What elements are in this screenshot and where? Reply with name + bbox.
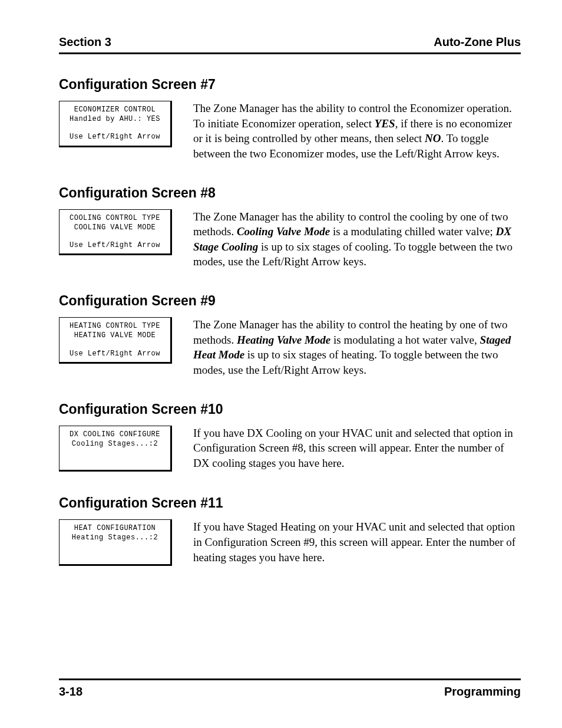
config-block: ECONOMIZER CONTROLHandled by AHU.: YESUs… bbox=[59, 101, 521, 162]
screen-display: HEAT CONFIGURATIONHeating Stages...:2 bbox=[59, 519, 172, 566]
screen-display: HEATING CONTROL TYPEHEATING VALVE MODEUs… bbox=[59, 317, 172, 364]
page-number: 3-18 bbox=[59, 685, 82, 699]
screen-line: Use Left/Right Arrow bbox=[63, 349, 167, 358]
config-description: The Zone Manager has the ability to cont… bbox=[193, 101, 521, 162]
screen-line: COOLING CONTROL TYPE bbox=[63, 213, 167, 223]
section-label: Section 3 bbox=[59, 35, 111, 49]
product-label: Auto-Zone Plus bbox=[434, 35, 521, 49]
config-heading: Configuration Screen #10 bbox=[59, 401, 521, 417]
config-block: COOLING CONTROL TYPECOOLING VALVE MODEUs… bbox=[59, 209, 521, 270]
config-heading: Configuration Screen #7 bbox=[59, 77, 521, 93]
screen-line: Use Left/Right Arrow bbox=[63, 241, 167, 250]
config-heading: Configuration Screen #9 bbox=[59, 293, 521, 309]
screen-line: HEATING CONTROL TYPE bbox=[63, 321, 167, 331]
screen-display: COOLING CONTROL TYPECOOLING VALVE MODEUs… bbox=[59, 209, 172, 256]
screen-line: COOLING VALVE MODE bbox=[63, 223, 167, 232]
footer-title: Programming bbox=[444, 685, 521, 699]
page-footer: 3-18 Programming bbox=[59, 678, 521, 699]
config-heading: Configuration Screen #8 bbox=[59, 185, 521, 201]
config-description: If you have DX Cooling on your HVAC unit… bbox=[193, 426, 521, 471]
screen-line: Use Left/Right Arrow bbox=[63, 132, 167, 141]
screen-line: ECONOMIZER CONTROL bbox=[63, 105, 167, 114]
config-block: DX COOLING CONFIGURECooling Stages...:2 … bbox=[59, 426, 521, 472]
screen-line: Cooling Stages...:2 bbox=[63, 439, 167, 449]
screen-display: ECONOMIZER CONTROLHandled by AHU.: YESUs… bbox=[59, 101, 172, 147]
config-heading: Configuration Screen #11 bbox=[59, 495, 521, 511]
config-block: HEAT CONFIGURATIONHeating Stages...:2 If… bbox=[59, 519, 521, 566]
config-description: The Zone Manager has the ability to cont… bbox=[193, 317, 521, 378]
screen-line: DX COOLING CONFIGURE bbox=[63, 430, 167, 439]
screen-line: HEAT CONFIGURATION bbox=[63, 523, 167, 533]
screen-line: Heating Stages...:2 bbox=[63, 533, 167, 542]
screen-line: Handled by AHU.: YES bbox=[63, 114, 167, 124]
config-block: HEATING CONTROL TYPEHEATING VALVE MODEUs… bbox=[59, 317, 521, 378]
config-description: The Zone Manager has the ability to cont… bbox=[193, 209, 521, 270]
config-description: If you have Staged Heating on your HVAC … bbox=[193, 519, 521, 565]
screen-line: HEATING VALVE MODE bbox=[63, 331, 167, 340]
page-header: Section 3 Auto-Zone Plus bbox=[59, 35, 521, 54]
screen-display: DX COOLING CONFIGURECooling Stages...:2 bbox=[59, 426, 172, 472]
